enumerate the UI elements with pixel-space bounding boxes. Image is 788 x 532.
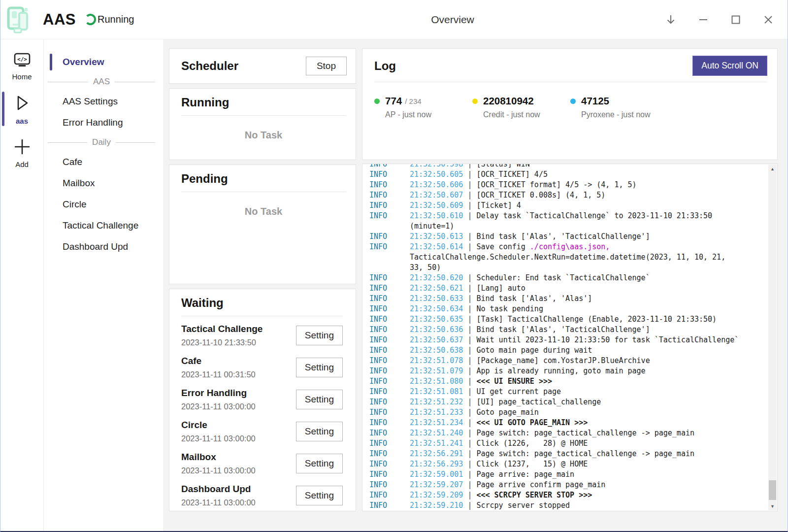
task-setting-button[interactable]: Setting	[296, 486, 343, 505]
log-timestamp: 21:32:50.621	[410, 284, 463, 293]
stop-button[interactable]: Stop	[306, 57, 347, 75]
log-entry: INFO21:32:59.207 | Page arrive confirm p…	[369, 480, 777, 490]
log-entry: INFO21:32:50.606 | [OCR_TICKET format] 4…	[369, 180, 777, 190]
log-separator: |	[463, 315, 476, 324]
log-scrollbar[interactable]: ▲ ▼	[768, 165, 777, 510]
log-separator: |	[463, 284, 476, 293]
close-button[interactable]	[762, 13, 775, 26]
log-level: INFO	[369, 232, 410, 242]
log-timestamp: 21:32:50.606	[410, 180, 463, 189]
log-entry: INFO21:32:51.232 | [UI] page_tactical_ch…	[369, 397, 777, 407]
log-separator: |	[463, 191, 476, 200]
pending-card: Pending No Task	[169, 165, 356, 284]
log-separator: |	[463, 418, 476, 427]
nav-item-overview[interactable]: Overview	[44, 52, 163, 72]
log-separator: |	[463, 180, 476, 189]
log-level: INFO	[369, 490, 410, 500]
divider	[181, 115, 346, 116]
scrollbar-thumb[interactable]	[769, 480, 776, 500]
stat-dot-icon	[472, 99, 478, 104]
log-timestamp: 21:32:50.614	[410, 242, 463, 251]
stat-value: 774	[385, 95, 402, 107]
resource-stat: 220810942Credit - just now	[472, 95, 570, 119]
log-timestamp: 21:32:51.241	[410, 439, 463, 448]
log-message: 21:32:50.605 | [OCR_TICKET] 4/5	[410, 169, 741, 180]
task-next-run-time: 2023-11-11 00:31:50	[181, 370, 256, 379]
log-message: 21:32:51.240 | Page switch: page_tactica…	[410, 428, 741, 438]
task-setting-button[interactable]: Setting	[296, 454, 343, 473]
log-entry: INFO21:32:56.293 | Click (1237, 15) @ HO…	[369, 459, 777, 469]
nav-item-dashboard-upd[interactable]: Dashboard Upd	[44, 237, 163, 257]
log-message: 21:32:51.078 | [Package_name] com.Yostar…	[410, 356, 741, 366]
window-controls	[664, 13, 775, 26]
waiting-task-row: Error Handling2023-11-11 03:00:00Setting	[181, 387, 343, 412]
log-separator: |	[463, 211, 476, 220]
divider	[374, 82, 767, 82]
rail-item-add[interactable]: Add	[0, 135, 43, 170]
log-level: INFO	[369, 356, 410, 366]
log-timestamp: 21:32:50.598	[410, 164, 463, 168]
log-level: INFO	[369, 325, 410, 335]
nav-item-error-handling[interactable]: Error Handling	[44, 113, 163, 133]
scroll-up-icon[interactable]: ▲	[768, 165, 777, 173]
minimize-button[interactable]	[697, 13, 710, 26]
task-setting-button[interactable]: Setting	[296, 358, 343, 377]
log-level: INFO	[369, 211, 410, 232]
stat-dot-icon	[374, 99, 380, 104]
task-setting-button[interactable]: Setting	[296, 326, 343, 345]
nav-item-mailbox[interactable]: Mailbox	[44, 173, 163, 193]
update-download-icon[interactable]	[664, 13, 677, 26]
log-entry: INFO21:32:51.241 | Click (1226, 28) @ HO…	[369, 438, 777, 449]
log-separator: |	[463, 164, 476, 168]
log-timestamp: 21:32:50.620	[410, 273, 463, 282]
plus-icon	[13, 138, 32, 158]
log-title: Log	[374, 59, 396, 73]
nav-group-divider: AAS	[48, 77, 155, 87]
nav-item-circle[interactable]: Circle	[44, 195, 163, 214]
home-icon: </>	[13, 52, 32, 70]
nav-item-cafe[interactable]: Cafe	[44, 152, 163, 172]
maximize-button[interactable]	[729, 13, 742, 26]
scroll-down-icon[interactable]: ▼	[768, 502, 777, 510]
task-info: Dashboard Upd2023-11-11 03:00:00	[181, 484, 256, 507]
log-message: 21:32:51.233 | Goto page_main	[410, 407, 741, 418]
rail-item-home[interactable]: </>Home	[0, 49, 43, 83]
play-icon	[12, 94, 32, 114]
log-message: 21:32:50.621 | [Lang] auto	[410, 283, 741, 294]
nav-item-tactical-challenge[interactable]: Tactical Challenge	[44, 216, 163, 235]
log-timestamp: 21:32:50.637	[410, 335, 463, 344]
log-timestamp: 21:32:51.240	[410, 429, 463, 437]
log-entry: INFO21:32:50.620 | Scheduler: End task `…	[369, 273, 777, 283]
rail-item-aas[interactable]: aas	[0, 91, 43, 127]
task-next-run-time: 2023-11-10 21:33:50	[181, 338, 263, 347]
log-separator: |	[463, 232, 476, 241]
rail-item-label: aas	[16, 117, 28, 125]
log-entry: INFO21:32:50.637 | Wait until 2023-11-10…	[369, 335, 777, 345]
log-separator: |	[463, 439, 476, 448]
log-lines: INFO21:32:50.598 | [Status] WININFO21:32…	[369, 164, 777, 511]
log-timestamp: 21:32:50.633	[410, 294, 463, 303]
task-name: Error Handling	[181, 388, 256, 399]
task-next-run-time: 2023-11-11 03:00:00	[181, 466, 256, 475]
task-setting-button[interactable]: Setting	[296, 422, 343, 441]
log-separator: |	[463, 201, 476, 210]
auto-scroll-button[interactable]: Auto Scroll ON	[692, 56, 767, 76]
waiting-task-list: Tactical Challenge2023-11-10 21:33:50Set…	[181, 323, 343, 508]
log-timestamp: 21:32:59.209	[410, 491, 463, 499]
nav-sidebar: OverviewAASAAS SettingsError HandlingDai…	[44, 39, 163, 531]
log-separator: |	[463, 242, 476, 251]
log-entry: INFO21:32:50.614 | Save config ./config\…	[369, 242, 777, 273]
nav-item-aas-settings[interactable]: AAS Settings	[44, 92, 163, 111]
log-timestamp: 21:32:51.233	[410, 408, 463, 417]
divider-line	[116, 142, 155, 143]
log-message: 21:32:51.080 | <<< UI ENSURE >>>	[410, 376, 741, 387]
task-setting-button[interactable]: Setting	[296, 390, 343, 409]
log-entry: INFO21:32:50.609 | [Ticket] 4	[369, 200, 777, 211]
log-message: 21:32:51.241 | Click (1226, 28) @ HOME	[410, 438, 741, 449]
running-spinner-icon	[85, 14, 96, 25]
log-separator: |	[463, 449, 476, 458]
main-content: Scheduler Stop Running No Task Pending N…	[163, 39, 788, 531]
log-level: INFO	[369, 500, 410, 511]
log-level: INFO	[369, 242, 410, 273]
log-entry: INFO21:32:50.634 | No task pending	[369, 304, 777, 314]
